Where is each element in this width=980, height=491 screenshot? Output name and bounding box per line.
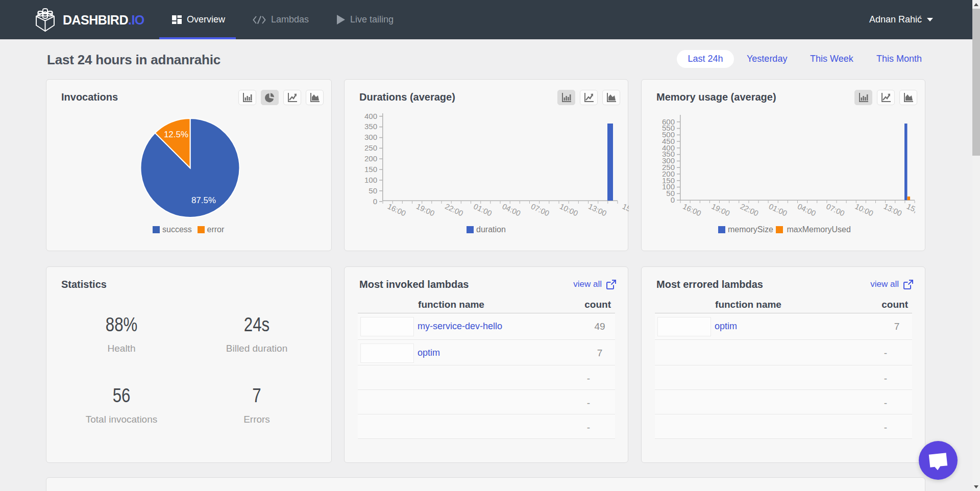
- svg-text:04:00: 04:00: [501, 202, 522, 217]
- svg-text:100: 100: [364, 176, 377, 184]
- svg-text:22:00: 22:00: [444, 202, 464, 217]
- svg-text:22:00: 22:00: [739, 202, 760, 217]
- svg-text:300: 300: [364, 133, 377, 141]
- svg-text:400: 400: [364, 112, 377, 120]
- svg-text:10:00: 10:00: [853, 202, 874, 217]
- svg-text:07:00: 07:00: [825, 202, 846, 217]
- svg-text:250: 250: [364, 143, 377, 152]
- svg-text:87.5%: 87.5%: [191, 195, 216, 205]
- svg-text:13:00: 13:00: [883, 202, 903, 217]
- svg-text:15,: 15,: [905, 202, 919, 214]
- svg-text:13:00: 13:00: [587, 202, 608, 217]
- svg-text:12.5%: 12.5%: [164, 130, 188, 139]
- svg-text:0: 0: [373, 197, 377, 206]
- svg-text:150: 150: [364, 165, 377, 174]
- svg-text:07:00: 07:00: [530, 202, 551, 217]
- svg-text:0: 0: [671, 195, 675, 204]
- svg-text:19:00: 19:00: [415, 202, 436, 217]
- svg-text:200: 200: [364, 154, 377, 163]
- svg-text:01:00: 01:00: [472, 202, 493, 217]
- svg-text:19:00: 19:00: [710, 202, 731, 217]
- svg-text:01:00: 01:00: [768, 202, 789, 217]
- svg-text:50: 50: [369, 186, 377, 195]
- svg-text:15:: 15:: [621, 202, 629, 214]
- svg-text:10:00: 10:00: [558, 202, 579, 217]
- svg-text:350: 350: [364, 122, 377, 131]
- svg-text:16:00: 16:00: [386, 202, 407, 217]
- svg-text:16:00: 16:00: [681, 202, 702, 217]
- svg-text:04:00: 04:00: [796, 202, 817, 217]
